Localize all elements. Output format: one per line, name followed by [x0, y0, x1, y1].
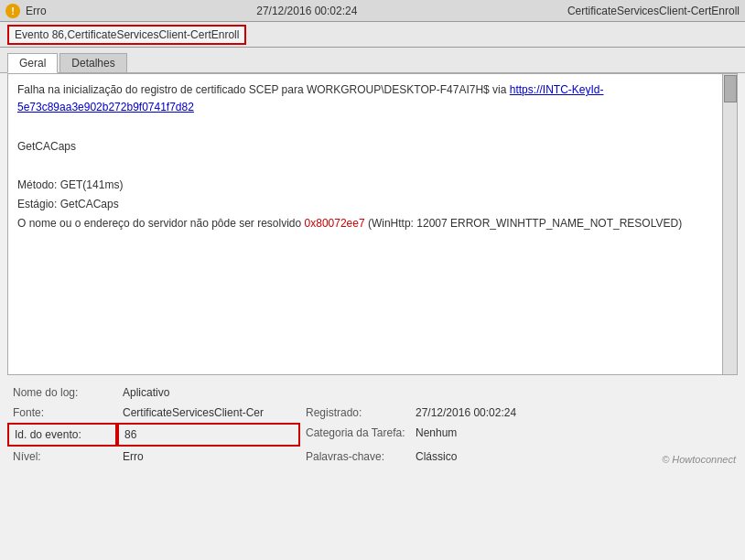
- content-line-4: [17, 157, 728, 175]
- log-label: Nome do log:: [7, 382, 117, 403]
- registered-value: 27/12/2016 00:02:24: [410, 403, 738, 423]
- content-line-1: Falha na inicialização do registro de ce…: [17, 81, 728, 116]
- registered-label2: Registrado:: [300, 403, 410, 423]
- source-value: CertificateServicesClient-Cer: [117, 403, 300, 423]
- line7-prefix: O nome ou o endereço do servidor não pôd…: [17, 217, 305, 230]
- event-id-label: Id. do evento:: [7, 423, 117, 447]
- details-section: Nome do log: Aplicativo Fonte: Certifica…: [0, 375, 745, 470]
- scrollbar-thumb[interactable]: [724, 75, 737, 102]
- event-id-value: 86: [117, 423, 300, 447]
- scrollbar[interactable]: [722, 74, 737, 374]
- content-line-6: Estágio: GetCACaps: [17, 196, 728, 213]
- error-icon: !: [5, 4, 20, 18]
- content-body: Falha na inicialização do registro de ce…: [8, 74, 737, 242]
- registered-label: [300, 382, 410, 403]
- event-title: Evento 86,CertificateServicesClient-Cert…: [7, 25, 246, 45]
- watermark: © Howtoconnect: [662, 454, 736, 465]
- title-left: Erro: [26, 5, 47, 17]
- content-line-5: Método: GET(141ms): [17, 177, 728, 194]
- task-value: Nenhum: [410, 423, 738, 447]
- main-content: Falha na inicialização do registro de ce…: [7, 73, 738, 375]
- line7-error: 0x80072ee7: [305, 217, 365, 230]
- keywords-label: Palavras-chave:: [300, 447, 410, 467]
- tabs-bar: Geral Detalhes: [0, 48, 745, 73]
- event-header: Evento 86,CertificateServicesClient-Cert…: [0, 22, 745, 48]
- line7-suffix: (WinHttp: 12007 ERROR_WINHTTP_NAME_NOT_R…: [365, 217, 683, 230]
- level-value: Erro: [117, 447, 300, 467]
- content-line-2: [17, 118, 728, 135]
- source-label: Fonte:: [7, 403, 117, 423]
- title-bar: ! Erro 27/12/2016 00:02:24 CertificateSe…: [0, 0, 745, 22]
- tab-detalhes[interactable]: Detalhes: [59, 53, 126, 72]
- registered-value-placeholder: [410, 382, 738, 403]
- details-grid: Nome do log: Aplicativo Fonte: Certifica…: [7, 382, 738, 467]
- log-value: Aplicativo: [117, 382, 300, 403]
- title-center: 27/12/2016 00:02:24: [47, 5, 567, 17]
- task-label: Categoria da Tarefa:: [300, 423, 410, 447]
- title-right: CertificateServicesClient-CertEnroll: [567, 5, 740, 17]
- content-line-3: GetCACaps: [17, 138, 728, 156]
- line1-prefix: Falha na inicialização do registro de ce…: [17, 83, 510, 96]
- content-line-7: O nome ou o endereço do servidor não pôd…: [17, 215, 728, 232]
- level-label: Nível:: [7, 447, 117, 467]
- tab-geral[interactable]: Geral: [7, 53, 58, 73]
